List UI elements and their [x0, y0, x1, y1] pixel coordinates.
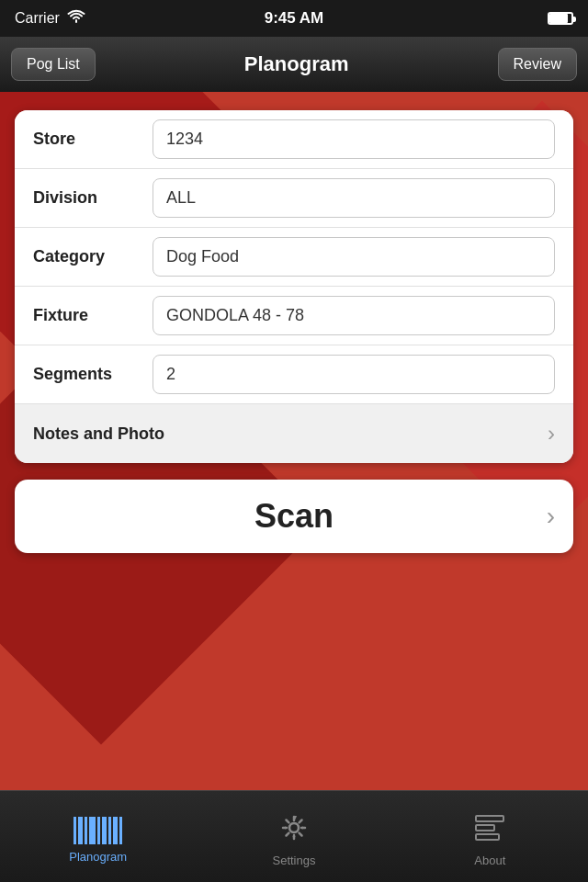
tab-settings-label: Settings [273, 854, 316, 867]
scan-chevron-icon: › [547, 502, 555, 531]
svg-line-7 [300, 832, 302, 835]
notes-label: Notes and Photo [33, 424, 164, 444]
pog-list-button[interactable]: Pog List [11, 48, 96, 81]
fixture-label: Fixture [33, 306, 153, 325]
form-card: Store Division Category Fixture Segments… [15, 110, 573, 463]
division-row: Division [15, 169, 573, 228]
svg-rect-10 [476, 816, 503, 821]
svg-rect-12 [476, 834, 499, 840]
tab-about[interactable]: About [392, 807, 588, 867]
store-label: Store [33, 130, 153, 149]
barcode-icon [74, 817, 122, 844]
carrier-label: Carrier [15, 10, 60, 27]
svg-line-9 [286, 832, 288, 835]
nav-bar: Pog List Planogram Review [0, 37, 588, 92]
svg-line-6 [286, 820, 288, 822]
division-input[interactable] [153, 178, 555, 218]
category-row: Category [15, 228, 573, 287]
category-label: Category [33, 247, 153, 266]
review-button[interactable]: Review [498, 48, 577, 81]
time-label: 9:45 AM [265, 9, 324, 28]
svg-rect-11 [476, 825, 494, 831]
segments-label: Segments [33, 365, 153, 384]
segments-input[interactable] [153, 355, 555, 394]
store-input[interactable] [153, 119, 555, 159]
fixture-input[interactable] [153, 296, 555, 335]
about-icon [474, 814, 505, 848]
tab-planogram-label: Planogram [69, 850, 127, 864]
svg-point-1 [289, 823, 299, 832]
category-input[interactable] [153, 237, 555, 277]
notes-row[interactable]: Notes and Photo › [15, 404, 573, 463]
store-row: Store [15, 110, 573, 169]
fixture-row: Fixture [15, 287, 573, 345]
battery-icon [548, 12, 573, 25]
scan-button[interactable]: Scan › [15, 480, 573, 553]
gear-icon [280, 814, 308, 848]
tab-planogram[interactable]: Planogram [0, 809, 196, 864]
page-title: Planogram [244, 52, 349, 76]
tab-settings[interactable]: Settings [196, 807, 391, 867]
status-bar: Carrier 9:45 AM [0, 0, 588, 37]
chevron-right-icon: › [548, 421, 555, 447]
main-content: Store Division Category Fixture Segments… [0, 92, 588, 571]
tab-bar: Planogram [0, 790, 588, 882]
tab-about-label: About [474, 854, 505, 867]
scan-label: Scan [254, 497, 334, 536]
wifi-icon [67, 9, 85, 28]
segments-row: Segments [15, 345, 573, 404]
division-label: Division [33, 188, 153, 208]
svg-line-8 [300, 820, 302, 822]
